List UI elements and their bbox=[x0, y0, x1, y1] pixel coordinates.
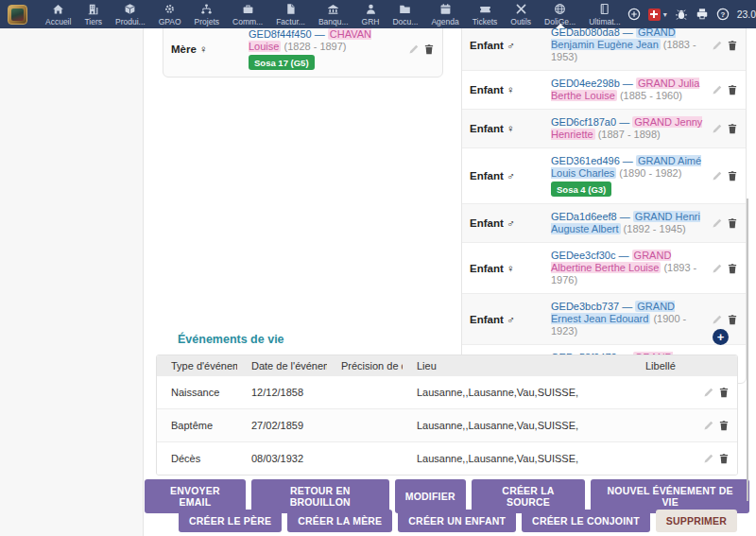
edit-icon[interactable] bbox=[703, 387, 714, 398]
edit-icon[interactable] bbox=[712, 263, 723, 274]
nav-item-tiers[interactable]: Tiers bbox=[77, 0, 109, 28]
nav-item-agenda[interactable]: Agenda bbox=[424, 0, 465, 28]
book-icon bbox=[598, 3, 610, 15]
row-actions bbox=[706, 40, 738, 51]
dolibarr-logo-icon[interactable] bbox=[8, 5, 27, 25]
nav-item-projets[interactable]: Projets bbox=[188, 0, 226, 28]
person-separator: — bbox=[620, 78, 636, 89]
nav-item-ultimat[interactable]: Ultimat... bbox=[582, 0, 627, 28]
print-icon[interactable] bbox=[696, 8, 709, 21]
cr-er-le-p-re-button[interactable]: CRÉER LE PÈRE bbox=[179, 510, 282, 532]
nav-item-tickets[interactable]: Tickets bbox=[466, 0, 505, 28]
edit-icon[interactable] bbox=[712, 40, 723, 51]
trash-icon[interactable] bbox=[727, 217, 738, 229]
edit-icon[interactable] bbox=[408, 43, 420, 55]
children-card: Enfant ♂ GEDab080da8 — GRAND Benjamin Eu… bbox=[461, 28, 747, 384]
event-date: 08/03/1932 bbox=[237, 453, 327, 464]
nav-item-banqu[interactable]: Banqu... bbox=[312, 0, 355, 28]
person-id-link[interactable]: GEDee3cf30c bbox=[551, 250, 615, 261]
swiss-flag-icon bbox=[648, 9, 661, 21]
trash-icon[interactable] bbox=[423, 43, 435, 55]
scrollbar-thumb[interactable] bbox=[747, 199, 748, 501]
children-rows-container: Enfant ♂ GEDab080da8 — GRAND Benjamin Eu… bbox=[462, 28, 746, 383]
nav-item-accueil[interactable]: Accueil bbox=[39, 0, 77, 28]
edit-icon[interactable] bbox=[712, 217, 723, 229]
trash-icon[interactable] bbox=[727, 314, 738, 325]
person-id-link[interactable]: GEDe3bcb737 bbox=[551, 301, 619, 312]
edit-icon[interactable] bbox=[712, 123, 723, 134]
nav-item-label: GPAO bbox=[159, 17, 181, 26]
nouvel-v-nement-de-vie-button[interactable]: NOUVEL ÉVÉNEMENT DE VIE bbox=[591, 479, 749, 513]
trash-icon[interactable] bbox=[718, 420, 730, 431]
nav-item-produi[interactable]: Produi... bbox=[109, 0, 152, 28]
events-section-title: Événements de vie bbox=[178, 333, 284, 346]
trash-icon[interactable] bbox=[727, 40, 738, 51]
hr-icon bbox=[365, 3, 377, 15]
language-selector[interactable]: ▾ bbox=[648, 9, 667, 21]
edit-icon[interactable] bbox=[703, 420, 714, 431]
nav-item-grh[interactable]: GRH bbox=[355, 0, 387, 28]
person-info: GED8f44f450 — CHAVAN Louise (1828 - 1897… bbox=[247, 28, 403, 73]
modifier-button[interactable]: MODIFIER bbox=[395, 479, 466, 513]
row-actions bbox=[403, 43, 435, 55]
envoyer-email-button[interactable]: ENVOYER EMAIL bbox=[145, 479, 246, 513]
trash-icon[interactable] bbox=[727, 84, 738, 95]
nav-item-gpao[interactable]: GPAO bbox=[152, 0, 188, 28]
ticket-icon bbox=[479, 3, 491, 15]
person-info: GED361ed496 — GRAND Aimé Louis Charles (… bbox=[549, 152, 706, 199]
nav-item-factur[interactable]: Factur... bbox=[269, 0, 312, 28]
column-header-precision: Précision de date bbox=[327, 360, 403, 372]
cr-er-la-source-button[interactable]: CRÉER LA SOURCE bbox=[472, 479, 586, 513]
nav-item-label: GRH bbox=[362, 17, 380, 26]
nav-item-outils[interactable]: Outils bbox=[504, 0, 538, 28]
nav-item-docu[interactable]: Docu... bbox=[386, 0, 424, 28]
row-actions bbox=[706, 263, 738, 274]
trash-icon[interactable] bbox=[718, 453, 730, 464]
trash-icon[interactable] bbox=[727, 123, 738, 134]
edit-icon[interactable] bbox=[712, 170, 723, 182]
nav-item-label: Projets bbox=[195, 17, 219, 26]
event-place: Lausanne,,Lausanne,Vau,SUISSE, bbox=[403, 453, 631, 464]
trash-icon[interactable] bbox=[718, 387, 730, 398]
edit-icon[interactable] bbox=[712, 84, 723, 95]
person-id-link[interactable]: GEDab080da8 bbox=[551, 28, 620, 38]
top-navbar: Accueil Tiers Produi... GPAO Projets Com… bbox=[0, 0, 756, 28]
row-actions bbox=[697, 387, 737, 398]
edit-icon[interactable] bbox=[703, 453, 714, 464]
company-icon bbox=[87, 3, 99, 15]
folder-icon bbox=[399, 3, 411, 15]
person-role: Enfant ♂ bbox=[470, 170, 549, 182]
retour-en-brouillon-button[interactable]: RETOUR EN BROUILLON bbox=[251, 479, 389, 513]
row-actions bbox=[706, 84, 738, 95]
edit-icon[interactable] bbox=[712, 314, 723, 325]
person-id-link[interactable]: GEDa1d6eef8 bbox=[551, 211, 617, 222]
person-id-link[interactable]: GED6cf187a0 bbox=[551, 116, 616, 128]
event-place: Lausanne,,Lausanne,Vau,SUISSE, bbox=[403, 420, 631, 431]
add-event-button[interactable]: + bbox=[713, 329, 729, 345]
row-actions bbox=[697, 453, 737, 464]
person-id-link[interactable]: GED361ed496 bbox=[551, 155, 620, 166]
nav-item-dolige[interactable]: DoliGe... bbox=[538, 0, 582, 28]
nav-item-comm[interactable]: Comm... bbox=[226, 0, 269, 28]
cr-er-la-m-re-button[interactable]: CRÉER LA MÈRE bbox=[287, 510, 392, 532]
person-role: Enfant ♂ bbox=[470, 40, 549, 51]
person-id-link[interactable]: GED8f44f450 bbox=[249, 28, 312, 40]
cr-er-un-enfant-button[interactable]: CRÉER UN ENFANT bbox=[398, 510, 516, 532]
navbar-right: ▾ ? 23.0.0 Philippe ▾ bbox=[627, 6, 756, 23]
cr-er-le-conjoint-button[interactable]: CRÉER LE CONJOINT bbox=[522, 510, 650, 532]
event-type: Décès bbox=[157, 453, 237, 464]
project-icon bbox=[200, 3, 213, 15]
person-info: GEDee3cf30c — GRAND Albertine Berthe Lou… bbox=[549, 247, 706, 289]
quick-add-icon[interactable] bbox=[627, 8, 641, 21]
nav-item-label: DoliGe... bbox=[544, 17, 576, 26]
invoice-icon bbox=[284, 3, 297, 15]
trash-icon[interactable] bbox=[727, 170, 738, 182]
person-id-link[interactable]: GED04ee298b bbox=[551, 78, 620, 89]
nav-item-label: Comm... bbox=[232, 17, 263, 26]
trash-icon[interactable] bbox=[727, 263, 738, 274]
help-icon[interactable]: ? bbox=[716, 8, 730, 21]
event-row: Décès 08/03/1932 Lausanne,,Lausanne,Vau,… bbox=[157, 441, 737, 475]
person-row: Mère ♀ GED8f44f450 — CHAVAN Louise (1828… bbox=[163, 28, 442, 77]
debug-bug-icon[interactable] bbox=[675, 8, 688, 21]
delete-record-button[interactable]: SUPPRIMER bbox=[656, 510, 737, 532]
